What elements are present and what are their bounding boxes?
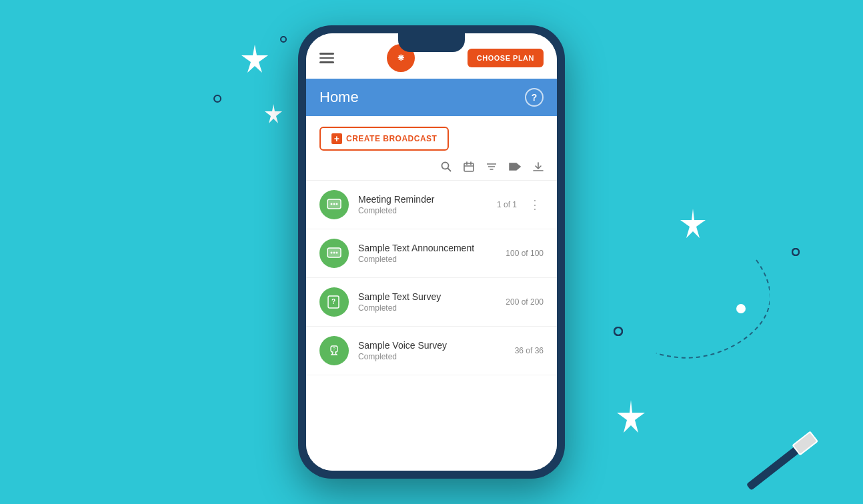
svg-point-6	[614, 327, 622, 335]
item-details: Meeting Reminder Completed	[358, 194, 488, 215]
hamburger-menu[interactable]	[319, 53, 334, 63]
dot-small-4	[614, 327, 623, 339]
svg-line-15	[448, 169, 451, 171]
plus-icon: +	[331, 133, 342, 144]
filter-icon[interactable]	[486, 161, 497, 175]
dot-small-3	[792, 247, 800, 259]
item-name: Sample Text Announcement	[358, 243, 496, 253]
svg-marker-0	[241, 45, 268, 73]
star-decoration-3	[676, 207, 710, 243]
item-details: Sample Text Announcement Completed	[358, 243, 496, 264]
dot-small-1	[280, 33, 287, 45]
svg-rect-16	[464, 163, 474, 171]
item-name: Sample Text Survey	[358, 291, 496, 302]
item-icon-survey: ?	[319, 287, 349, 317]
calendar-icon[interactable]	[464, 161, 474, 175]
content-area: + CREATE BROADCAST	[306, 116, 557, 471]
svg-text:?: ?	[331, 298, 335, 305]
star-decoration-1	[240, 43, 270, 76]
svg-point-33	[333, 252, 335, 254]
search-icon[interactable]	[441, 161, 452, 175]
create-broadcast-label: CREATE BROADCAST	[346, 134, 437, 143]
download-icon[interactable]	[533, 161, 544, 175]
item-count: 100 of 100	[506, 249, 544, 258]
item-status: Completed	[358, 352, 506, 361]
phone-body: ❋ CHOOSE PLAN Home ? + CREATE BROADCAST	[298, 25, 565, 479]
svg-point-29	[336, 203, 338, 205]
broadcast-item[interactable]: Sample Text Announcement Completed 100 o…	[306, 229, 557, 278]
item-count: 1 of 1	[497, 200, 517, 209]
svg-point-28	[333, 203, 335, 205]
star-decoration-2	[263, 103, 283, 126]
item-icon-sms	[319, 190, 349, 219]
svg-point-3	[214, 95, 221, 102]
item-name: Meeting Reminder	[358, 194, 488, 205]
broadcast-item[interactable]: ? Sample Text Survey Completed 200 of 20…	[306, 278, 557, 327]
svg-point-34	[336, 252, 338, 254]
broadcast-list: Meeting Reminder Completed 1 of 1 ⋮	[306, 181, 557, 471]
dashed-curve	[623, 253, 770, 376]
item-details: Sample Voice Survey Completed	[358, 340, 506, 361]
home-title: Home	[319, 89, 359, 106]
svg-text:?: ?	[333, 347, 335, 351]
svg-marker-1	[265, 104, 282, 123]
star-decoration-4	[613, 398, 650, 437]
item-icon-announcement	[319, 239, 349, 268]
filter-toolbar	[306, 156, 557, 181]
svg-marker-4	[680, 209, 706, 238]
phone-notch	[398, 33, 465, 52]
item-status: Completed	[358, 255, 496, 264]
broadcast-item[interactable]: ? Sample Voice Survey Completed 36 of 36	[306, 327, 557, 375]
item-status: Completed	[358, 303, 496, 313]
item-count: 36 of 36	[515, 346, 544, 355]
item-count: 200 of 200	[506, 297, 544, 307]
svg-point-5	[792, 249, 799, 255]
dot-small-2	[213, 93, 221, 105]
create-broadcast-button[interactable]: + CREATE BROADCAST	[319, 127, 449, 151]
label-icon[interactable]	[509, 162, 521, 174]
svg-point-27	[331, 203, 333, 205]
create-broadcast-area: + CREATE BROADCAST	[306, 116, 557, 156]
item-name: Sample Voice Survey	[358, 340, 506, 351]
home-header: Home ?	[306, 79, 557, 116]
svg-point-32	[331, 252, 333, 254]
help-button[interactable]: ?	[525, 88, 544, 107]
svg-text:❋: ❋	[397, 53, 405, 63]
choose-plan-button[interactable]: CHOOSE PLAN	[468, 49, 544, 67]
svg-point-2	[281, 37, 286, 42]
item-menu-button[interactable]: ⋮	[526, 195, 544, 215]
item-icon-voice: ?	[319, 336, 349, 365]
svg-marker-7	[617, 400, 645, 433]
phone-frame: ❋ CHOOSE PLAN Home ? + CREATE BROADCAST	[298, 25, 565, 479]
broadcast-item[interactable]: Meeting Reminder Completed 1 of 1 ⋮	[306, 181, 557, 229]
item-status: Completed	[358, 206, 488, 215]
item-details: Sample Text Survey Completed	[358, 291, 496, 313]
phone-screen: ❋ CHOOSE PLAN Home ? + CREATE BROADCAST	[306, 33, 557, 471]
